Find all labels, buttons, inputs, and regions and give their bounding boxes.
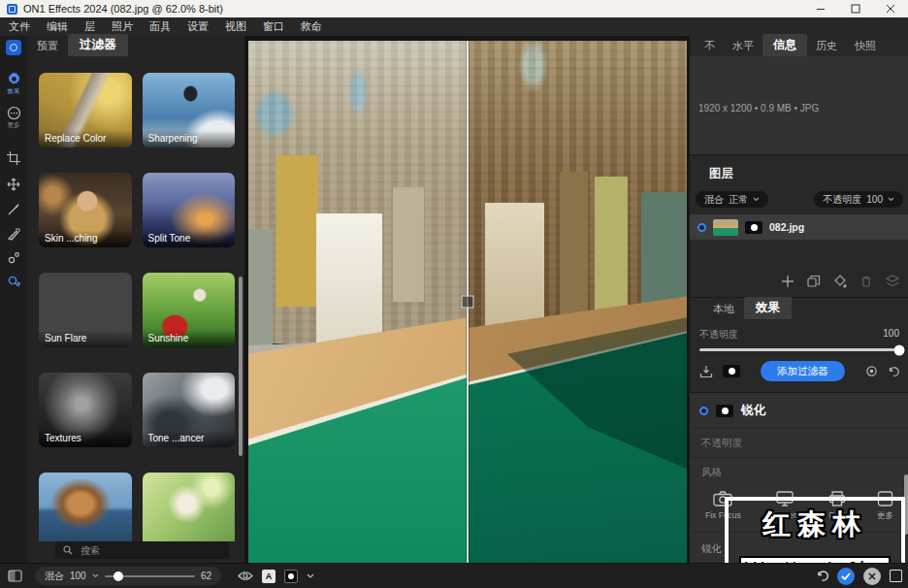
mask-overlay-icon[interactable] [284,570,298,583]
photo-after-half [468,41,687,563]
magnifier-hand-icon [7,275,21,289]
layer-mask-icon[interactable] [745,221,762,234]
undo-icon[interactable] [816,570,828,582]
tool-rail: 效果 更多 [0,36,27,564]
tab-navigator[interactable]: 不 [696,36,724,56]
zoom-view-tool-button[interactable] [7,275,21,289]
filter-tile-textures[interactable]: Textures [39,373,132,447]
tab-history[interactable]: 历史 [807,36,846,56]
filter-tile-tone-enhancer[interactable]: Tone ...ancer [143,373,236,447]
minimize-button[interactable] [803,0,838,17]
tab-presets[interactable]: 预置 [27,36,68,56]
effects-actions: 添加过滤器 [690,360,908,392]
preview-icons: A [238,570,314,583]
image-metadata: 1920 x 1200 • 0.9 MB • JPG [690,56,908,114]
sharpen-title: 锐化 [741,403,765,419]
menu-edit[interactable]: 编辑 [47,19,68,34]
apply-controls [816,568,902,585]
more-dots-icon [7,106,21,120]
check-icon [841,572,851,580]
photo-compare-view[interactable] [248,41,687,563]
search-icon [63,545,73,555]
effects-module-button[interactable]: 效果 [7,72,21,94]
menu-settings[interactable]: 设置 [187,19,209,34]
filter-tile-replace-color[interactable]: Replace Color [39,73,132,147]
sharpen-enabled-dot[interactable] [699,407,708,415]
layer-name: 082.jpg [769,221,804,233]
layers-controls: 混合 正常 不透明度 100 [690,191,908,208]
tab-effects[interactable]: 效果 [744,297,792,319]
apply-button[interactable] [837,568,855,585]
crop-tool-button[interactable] [7,151,20,165]
blend-control[interactable]: 混合 100 62 [35,567,221,585]
reset-icon[interactable] [888,366,899,377]
tab-levels[interactable]: 水平 [724,36,762,56]
menu-mask[interactable]: 面具 [149,19,171,34]
filter-tile-girl[interactable] [143,473,236,541]
more-modules-button[interactable]: 更多 [7,106,21,128]
sharpen-opacity-row[interactable]: 不透明度 [690,428,908,457]
effects-mask-icon[interactable] [723,365,740,377]
menu-file[interactable]: 文件 [9,19,30,34]
layer-opacity-dropdown[interactable]: 不透明度 100 [814,191,903,208]
close-button[interactable] [873,0,908,17]
menu-window[interactable]: 窗口 [263,19,284,34]
add-filter-button[interactable]: 添加过滤器 [761,361,845,381]
maximize-button[interactable] [838,0,873,17]
slider-knob[interactable] [114,572,123,581]
filter-tile-grid: Replace Color Sharpening Skin ...ching S… [39,73,235,541]
merge-layers-icon[interactable] [886,275,899,288]
move-icon [7,178,20,191]
compare-divider-handle[interactable] [462,296,474,309]
duplicate-layer-icon[interactable] [807,275,821,288]
frame-icon[interactable] [890,570,902,582]
blend-slider[interactable] [105,575,195,577]
tab-local[interactable]: 本地 [703,299,744,319]
chevron-down-icon[interactable] [307,573,314,578]
photo-canvas [244,36,689,564]
local-adjust-tool-button[interactable] [8,251,20,264]
add-layer-icon[interactable] [781,275,794,288]
bottom-bar: 混合 100 62 A [0,563,908,588]
layer-thumbnail [713,219,738,236]
right-panel-tabs: 不 水平 信息 历史 快照 [690,36,908,56]
sharpen-mask-icon[interactable] [716,405,733,417]
filter-tile-skin-retouching[interactable]: Skin ...ching [39,173,132,247]
filter-tile-sharpening[interactable]: Sharpening [143,73,236,147]
mask-brush-tool-button[interactable] [7,227,20,241]
target-icon[interactable] [865,365,878,377]
menu-view[interactable]: 视图 [225,19,246,34]
export-icon[interactable] [699,365,713,378]
filter-tile-sunshine[interactable]: Sunshine [143,273,236,347]
menu-help[interactable]: 救命 [301,19,322,34]
ai-wand-tool-button[interactable] [7,203,20,216]
local-effects-tabs: 本地 效果 [690,297,908,319]
filter-tile-sun-flare[interactable]: Sun Flare [39,273,132,347]
layer-blend-dropdown[interactable]: 混合 正常 [696,191,768,208]
mask-view-a-icon[interactable]: A [262,570,276,583]
effects-opacity-slider[interactable] [699,348,899,351]
crop-icon [7,151,20,165]
menu-layer[interactable]: 层 [84,19,95,34]
search-input[interactable] [79,544,221,557]
tab-filters[interactable]: 过滤器 [68,34,128,56]
right-panel: 不 水平 信息 历史 快照 1920 x 1200 • 0.9 MB • JPG… [689,36,908,564]
fill-layer-icon[interactable] [833,275,847,288]
tab-info[interactable]: 信息 [762,34,807,56]
app-icon [7,4,17,15]
filter-tile-mountain[interactable] [39,473,132,541]
delete-layer-icon[interactable] [859,275,873,288]
filter-tile-split-tone[interactable]: Split Tone [143,173,236,247]
sharpen-header: 锐化 [690,393,908,428]
slider-knob[interactable] [894,344,905,355]
layer-row[interactable]: 082.jpg [690,214,908,240]
tab-snapshot[interactable]: 快照 [846,36,885,56]
layer-visibility-dot[interactable] [697,223,706,232]
chevron-down-icon[interactable] [92,573,99,578]
menu-photo[interactable]: 照片 [112,19,133,34]
move-tool-button[interactable] [7,178,20,191]
filters-scrollbar[interactable] [239,277,243,456]
cancel-button[interactable] [863,568,881,585]
eye-icon[interactable] [238,571,253,581]
split-view-icon[interactable] [8,570,22,582]
